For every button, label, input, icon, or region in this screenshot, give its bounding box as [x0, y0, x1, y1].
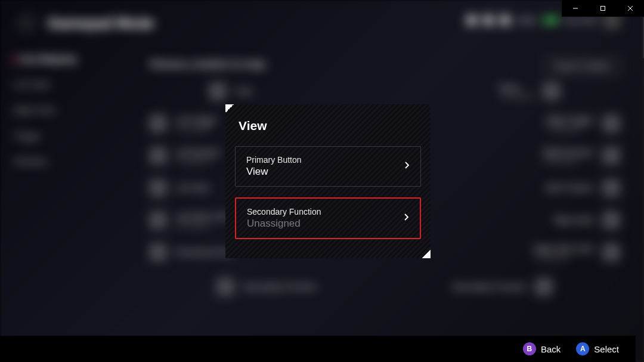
lt-icon [149, 115, 167, 132]
a-button-icon: A [576, 342, 589, 355]
footer-select-button[interactable]: A Select [576, 342, 619, 355]
button-config-modal: View Primary Button View Secondary Funct… [225, 104, 431, 258]
lsc-icon [149, 211, 167, 229]
abxy-icon [602, 179, 620, 197]
primary-label: Primary Button [246, 155, 302, 165]
b-button-icon: B [523, 342, 536, 355]
reset-button[interactable]: Reset to Default [544, 57, 620, 75]
sidebar: Key Mapping Left Stick Right Stick Trigg… [2, 48, 116, 172]
select-label: Select [594, 344, 619, 354]
secondary-left[interactable]: Secondary Function [216, 278, 317, 296]
chevron-right-icon [403, 213, 409, 224]
rb-icon [602, 147, 620, 165]
map-row-view[interactable]: View [209, 82, 346, 100]
secondary-value: Unassigned [247, 218, 321, 230]
rs-icon [602, 211, 620, 229]
right-mapping-column: MenuUnassigned Right TriggerUnassigned R… [423, 82, 620, 261]
rt-icon [602, 115, 620, 132]
maximize-button[interactable] [589, 0, 617, 17]
wifi-icon [467, 16, 476, 25]
primary-button-option[interactable]: Primary Button View [235, 146, 421, 187]
primary-value: View [246, 166, 302, 178]
chevron-right-icon [404, 161, 410, 172]
svg-rect-1 [601, 7, 605, 11]
map-row-rs[interactable]: Right Stick [423, 211, 620, 229]
map-row-rb[interactable]: Right BumperUnassigned [423, 147, 620, 165]
secondary-label: Secondary Function [247, 207, 321, 216]
sidebar-item-left-stick[interactable]: Left Stick [2, 73, 116, 95]
footer-bar: B Back A Select [0, 336, 636, 362]
sec-icon-r [535, 278, 553, 296]
lb-icon [149, 147, 167, 165]
sec-icon-l [216, 278, 234, 296]
rsc-icon [602, 243, 620, 261]
ls-icon [149, 179, 167, 197]
map-row-rsc[interactable]: Right Stick ClickUnassigned [423, 243, 620, 261]
modal-title: View [235, 119, 421, 133]
page-title: Gamepad Mode [48, 15, 154, 32]
window-controls [562, 0, 644, 17]
secondary-function-option[interactable]: Secondary Function Unassigned [235, 197, 421, 239]
sidebar-item-trigger[interactable]: Trigger [2, 125, 116, 147]
sidebar-item-vibration[interactable]: Vibration [2, 150, 116, 172]
clock-time: 06:17PM [565, 16, 596, 25]
view-icon [209, 82, 227, 100]
secondary-right[interactable]: Secondary Function [452, 278, 553, 296]
shield-icon [484, 16, 493, 25]
back-label: Back [541, 344, 561, 354]
back-icon[interactable] [17, 13, 37, 33]
map-row-abxy[interactable]: ABXY Button [423, 179, 620, 197]
battery-icon [544, 17, 558, 24]
menu-icon [543, 82, 561, 100]
minimize-button[interactable] [562, 0, 589, 17]
bolt-icon [500, 16, 510, 25]
map-row-menu[interactable]: MenuUnassigned [423, 82, 561, 100]
dpad-icon [149, 243, 167, 261]
close-button[interactable] [617, 0, 644, 17]
map-row-rt[interactable]: Right TriggerUnassigned [423, 115, 620, 132]
sidebar-item-key-mapping[interactable]: Key Mapping [2, 48, 116, 70]
sidebar-item-right-stick[interactable]: Right Stick [2, 99, 116, 121]
battery-percent: 100% [517, 16, 537, 25]
footer-back-button[interactable]: B Back [523, 342, 561, 355]
